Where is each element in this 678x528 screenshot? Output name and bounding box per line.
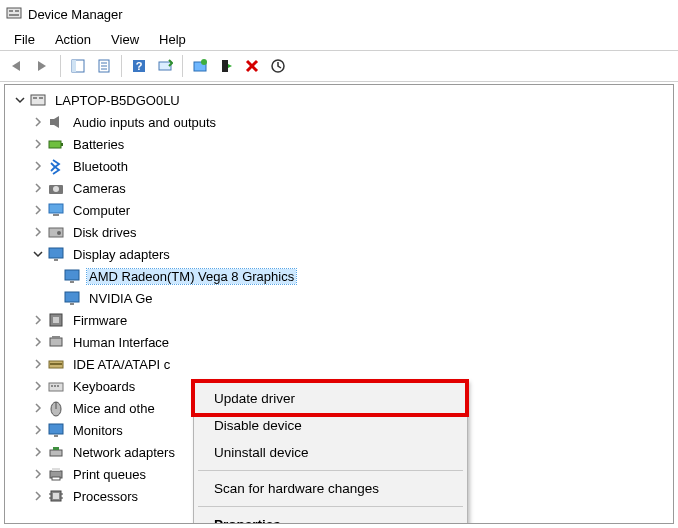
ctx-separator <box>198 470 463 471</box>
expander-icon[interactable] <box>31 379 45 393</box>
disable-device-button[interactable] <box>213 53 239 79</box>
display-icon <box>47 421 65 439</box>
menu-file[interactable]: File <box>4 30 45 49</box>
printer-icon <box>47 465 65 483</box>
menu-view[interactable]: View <box>101 30 149 49</box>
ctx-properties[interactable]: Properties <box>196 511 465 524</box>
svg-rect-5 <box>72 60 76 72</box>
menu-bar: File Action View Help <box>0 28 678 50</box>
ctx-uninstall-device[interactable]: Uninstall device <box>196 439 465 466</box>
svg-rect-19 <box>31 95 45 105</box>
cpu-icon <box>47 487 65 505</box>
tree-category[interactable]: Cameras <box>5 177 673 199</box>
expander-icon[interactable] <box>31 137 45 151</box>
expander-icon[interactable] <box>13 93 27 107</box>
expander-icon[interactable] <box>31 489 45 503</box>
back-button[interactable] <box>4 53 30 79</box>
svg-rect-49 <box>49 424 63 434</box>
keyboard-icon <box>47 377 65 395</box>
properties-button[interactable] <box>91 53 117 79</box>
tree-category[interactable]: IDE ATA/ATAPI c <box>5 353 673 375</box>
tree-category[interactable]: Firmware <box>5 309 673 331</box>
ctx-scan-hardware[interactable]: Scan for hardware changes <box>196 475 465 502</box>
svg-rect-35 <box>65 292 79 302</box>
svg-rect-32 <box>54 259 58 261</box>
tree-label: Mice and othe <box>71 401 157 416</box>
tree-label: Bluetooth <box>71 159 130 174</box>
expander-icon[interactable] <box>31 401 45 415</box>
svg-rect-33 <box>65 270 79 280</box>
uninstall-device-button[interactable] <box>239 53 265 79</box>
svg-rect-31 <box>49 248 63 258</box>
tree-root-node[interactable]: LAPTOP-B5DGO0LU <box>5 89 673 111</box>
tree-label: Processors <box>71 489 140 504</box>
forward-button[interactable] <box>30 53 56 79</box>
display-icon <box>47 245 65 263</box>
tree-label: Firmware <box>71 313 129 328</box>
tree-label: Disk drives <box>71 225 139 240</box>
tree-category[interactable]: Disk drives <box>5 221 673 243</box>
tree-category[interactable]: Display adapters <box>5 243 673 265</box>
firmware-icon <box>47 311 65 329</box>
toolbar: ? <box>0 50 678 82</box>
tree-category[interactable]: Batteries <box>5 133 673 155</box>
tree-category[interactable]: Human Interface <box>5 331 673 353</box>
expander-icon[interactable] <box>31 423 45 437</box>
ctx-update-driver[interactable]: Update driver <box>196 385 465 412</box>
expander-icon[interactable] <box>31 115 45 129</box>
expander-icon[interactable] <box>31 159 45 173</box>
disk-icon <box>47 223 65 241</box>
menu-help[interactable]: Help <box>149 30 196 49</box>
device-tree[interactable]: LAPTOP-B5DGO0LUAudio inputs and outputsB… <box>4 84 674 524</box>
expander-icon[interactable] <box>31 225 45 239</box>
expander-icon[interactable] <box>31 445 45 459</box>
camera-icon <box>47 179 65 197</box>
svg-rect-55 <box>52 477 60 480</box>
scan-hardware-button[interactable] <box>152 53 178 79</box>
menu-action[interactable]: Action <box>45 30 101 49</box>
svg-rect-40 <box>52 336 60 338</box>
hid-icon <box>47 333 65 351</box>
svg-rect-3 <box>9 14 19 16</box>
toolbar-separator <box>121 55 122 77</box>
svg-rect-24 <box>61 143 63 146</box>
svg-rect-52 <box>53 447 59 450</box>
computer-icon <box>47 201 65 219</box>
svg-rect-20 <box>33 97 37 99</box>
tree-label: LAPTOP-B5DGO0LU <box>53 93 182 108</box>
expander-icon[interactable] <box>31 181 45 195</box>
ctx-disable-device[interactable]: Disable device <box>196 412 465 439</box>
tree-label: AMD Radeon(TM) Vega 8 Graphics <box>87 269 296 284</box>
show-hide-tree-button[interactable] <box>65 53 91 79</box>
tree-label: NVIDIA Ge <box>87 291 155 306</box>
svg-rect-28 <box>53 214 59 216</box>
expander-icon[interactable] <box>31 467 45 481</box>
tree-label: Network adapters <box>71 445 177 460</box>
svg-rect-15 <box>222 60 228 72</box>
tree-device[interactable]: NVIDIA Ge <box>5 287 673 309</box>
toolbar-separator <box>182 55 183 77</box>
battery-icon <box>47 135 65 153</box>
tree-label: Audio inputs and outputs <box>71 115 218 130</box>
svg-rect-2 <box>15 10 19 12</box>
enable-device-button[interactable] <box>265 53 291 79</box>
svg-rect-44 <box>51 385 53 387</box>
speaker-icon <box>47 113 65 131</box>
computer-icon <box>29 91 47 109</box>
update-driver-button[interactable] <box>187 53 213 79</box>
svg-rect-21 <box>39 97 43 99</box>
tree-category[interactable]: Audio inputs and outputs <box>5 111 673 133</box>
tree-category[interactable]: Bluetooth <box>5 155 673 177</box>
expander-icon[interactable] <box>31 313 45 327</box>
tree-device[interactable]: AMD Radeon(TM) Vega 8 Graphics <box>5 265 673 287</box>
expander-icon[interactable] <box>31 247 45 261</box>
network-icon <box>47 443 65 461</box>
expander-icon[interactable] <box>31 357 45 371</box>
svg-rect-51 <box>50 450 62 456</box>
expander-icon[interactable] <box>31 335 45 349</box>
tree-category[interactable]: Computer <box>5 199 673 221</box>
tree-label: Computer <box>71 203 132 218</box>
ctx-separator <box>198 506 463 507</box>
expander-icon[interactable] <box>31 203 45 217</box>
help-button[interactable]: ? <box>126 53 152 79</box>
